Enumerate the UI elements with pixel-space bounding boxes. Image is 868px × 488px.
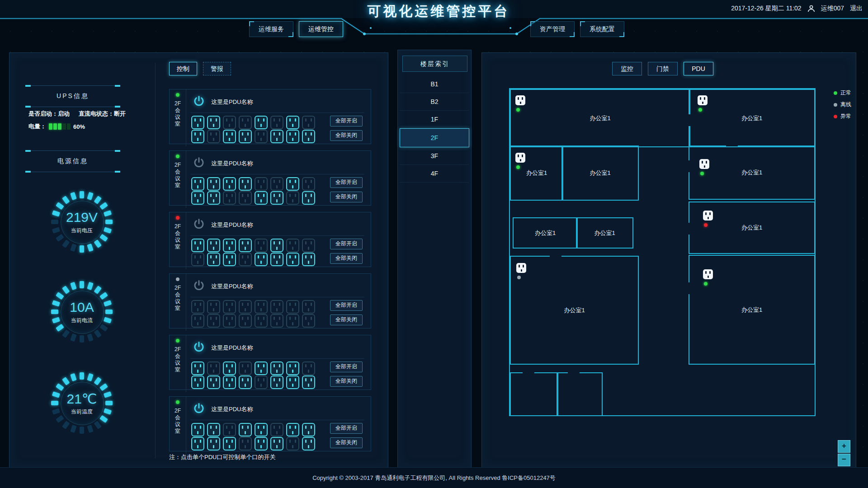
pdu-port-outlet-icon[interactable] (223, 300, 236, 314)
pdu-port-outlet-icon[interactable] (207, 116, 220, 129)
pdu-port-outlet-icon[interactable] (239, 375, 252, 389)
socket-icon[interactable] (516, 263, 526, 273)
pdu-port-outlet-icon[interactable] (207, 300, 220, 314)
pdu-port-outlet-icon[interactable] (302, 177, 315, 191)
all-on-button[interactable]: 全部开启 (330, 361, 363, 372)
pdu-port-outlet-icon[interactable] (255, 375, 268, 389)
floor-item-1f[interactable]: 1F (400, 111, 469, 128)
pdu-port-outlet-icon[interactable] (286, 130, 299, 143)
pdu-port-outlet-icon[interactable] (302, 253, 315, 266)
map-tab[interactable]: 监控 (612, 62, 642, 75)
pdu-port-outlet-icon[interactable] (270, 177, 283, 191)
pdu-port-outlet-icon[interactable] (191, 130, 204, 143)
control-tab[interactable]: 警报 (203, 62, 231, 75)
pdu-port-outlet-icon[interactable] (223, 191, 236, 205)
pdu-port-outlet-icon[interactable] (286, 116, 299, 129)
pdu-port-outlet-icon[interactable] (270, 361, 283, 375)
socket-icon[interactable] (699, 159, 709, 169)
all-on-button[interactable]: 全部开启 (330, 239, 363, 249)
pdu-port-outlet-icon[interactable] (270, 239, 283, 252)
pdu-port-outlet-icon[interactable] (207, 253, 220, 266)
pdu-port-outlet-icon[interactable] (270, 130, 283, 143)
pdu-port-outlet-icon[interactable] (255, 253, 268, 266)
pdu-port-outlet-icon[interactable] (255, 130, 268, 143)
all-off-button[interactable]: 全部关闭 (330, 314, 363, 325)
pdu-port-outlet-icon[interactable] (255, 361, 268, 375)
floor-item-b2[interactable]: B2 (400, 93, 469, 111)
pdu-port-outlet-icon[interactable] (207, 239, 220, 252)
pdu-port-outlet-icon[interactable] (239, 191, 252, 205)
control-tab[interactable]: 控制 (169, 62, 197, 75)
pdu-port-outlet-icon[interactable] (207, 130, 220, 143)
pdu-port-outlet-icon[interactable] (270, 253, 283, 266)
all-off-button[interactable]: 全部关闭 (330, 437, 363, 448)
pdu-port-outlet-icon[interactable] (239, 253, 252, 266)
pdu-port-outlet-icon[interactable] (255, 239, 268, 252)
all-on-button[interactable]: 全部开启 (330, 177, 363, 188)
pdu-port-outlet-icon[interactable] (270, 314, 283, 328)
nav-button[interactable]: 运维服务 (249, 21, 293, 37)
zoom-out-button[interactable]: − (838, 454, 850, 466)
floor-item-2f[interactable]: 2F (400, 128, 469, 147)
pdu-port-outlet-icon[interactable] (207, 361, 220, 375)
map-tab[interactable]: PDU (684, 62, 713, 75)
nav-button[interactable]: 运维管控 (299, 21, 343, 37)
floor-item-4f[interactable]: 4F (400, 165, 469, 183)
pdu-port-outlet-icon[interactable] (270, 437, 283, 450)
pdu-port-outlet-icon[interactable] (286, 361, 299, 375)
pdu-port-outlet-icon[interactable] (270, 423, 283, 436)
pdu-port-outlet-icon[interactable] (302, 375, 315, 389)
pdu-port-outlet-icon[interactable] (286, 239, 299, 252)
pdu-port-outlet-icon[interactable] (207, 437, 220, 450)
floor-item-b1[interactable]: B1 (400, 75, 469, 93)
all-off-button[interactable]: 全部关闭 (330, 130, 363, 141)
pdu-port-outlet-icon[interactable] (239, 239, 252, 252)
pdu-port-outlet-icon[interactable] (239, 361, 252, 375)
pdu-port-outlet-icon[interactable] (223, 361, 236, 375)
pdu-port-outlet-icon[interactable] (286, 375, 299, 389)
pdu-port-outlet-icon[interactable] (239, 116, 252, 129)
pdu-port-outlet-icon[interactable] (191, 423, 204, 436)
zoom-in-button[interactable]: + (838, 440, 850, 453)
pdu-port-outlet-icon[interactable] (207, 375, 220, 389)
socket-icon[interactable] (698, 95, 708, 105)
logout-button[interactable]: 退出 (850, 5, 863, 13)
pdu-port-outlet-icon[interactable] (223, 437, 236, 450)
pdu-port-outlet-icon[interactable] (302, 116, 315, 129)
all-on-button[interactable]: 全部开启 (330, 423, 363, 434)
nav-button[interactable]: 资产管理 (530, 21, 575, 37)
pdu-port-outlet-icon[interactable] (239, 130, 252, 143)
pdu-port-outlet-icon[interactable] (223, 314, 236, 328)
pdu-port-outlet-icon[interactable] (270, 375, 283, 389)
pdu-port-outlet-icon[interactable] (255, 300, 268, 314)
socket-icon[interactable] (515, 95, 525, 105)
pdu-port-outlet-icon[interactable] (302, 314, 315, 328)
pdu-port-outlet-icon[interactable] (223, 130, 236, 143)
pdu-port-outlet-icon[interactable] (223, 177, 236, 191)
pdu-port-outlet-icon[interactable] (223, 239, 236, 252)
nav-button[interactable]: 系统配置 (580, 21, 624, 37)
pdu-port-outlet-icon[interactable] (255, 437, 268, 450)
pdu-port-outlet-icon[interactable] (223, 116, 236, 129)
pdu-port-outlet-icon[interactable] (286, 300, 299, 314)
pdu-port-outlet-icon[interactable] (270, 191, 283, 205)
pdu-port-outlet-icon[interactable] (223, 253, 236, 266)
pdu-port-outlet-icon[interactable] (302, 191, 315, 205)
pdu-port-outlet-icon[interactable] (191, 116, 204, 129)
floor-item-3f[interactable]: 3F (400, 147, 469, 165)
pdu-port-outlet-icon[interactable] (191, 375, 204, 389)
pdu-port-outlet-icon[interactable] (286, 437, 299, 450)
pdu-port-outlet-icon[interactable] (270, 116, 283, 129)
all-on-button[interactable]: 全部开启 (330, 300, 363, 311)
pdu-port-outlet-icon[interactable] (207, 191, 220, 205)
pdu-port-outlet-icon[interactable] (239, 314, 252, 328)
socket-icon[interactable] (703, 269, 713, 279)
all-off-button[interactable]: 全部关闭 (330, 253, 363, 264)
pdu-port-outlet-icon[interactable] (255, 116, 268, 129)
pdu-port-outlet-icon[interactable] (286, 177, 299, 191)
map-tab[interactable]: 门禁 (648, 62, 678, 75)
all-off-button[interactable]: 全部关闭 (330, 376, 363, 387)
pdu-port-outlet-icon[interactable] (286, 423, 299, 436)
pdu-port-outlet-icon[interactable] (286, 314, 299, 328)
all-on-button[interactable]: 全部开启 (330, 116, 363, 127)
